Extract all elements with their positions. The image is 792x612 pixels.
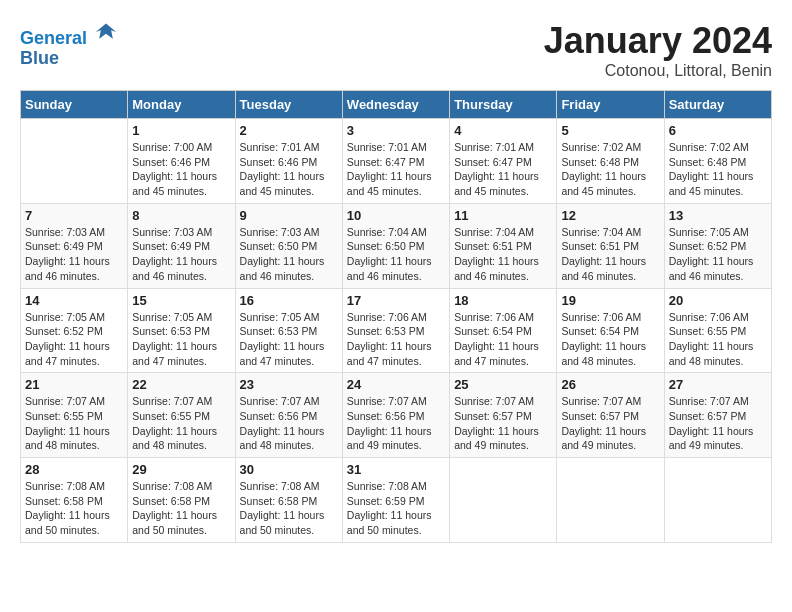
day-info: Sunrise: 7:04 AM Sunset: 6:50 PM Dayligh… [347, 225, 445, 284]
calendar-cell: 2Sunrise: 7:01 AM Sunset: 6:46 PM Daylig… [235, 119, 342, 204]
column-header-saturday: Saturday [664, 91, 771, 119]
day-info: Sunrise: 7:06 AM Sunset: 6:54 PM Dayligh… [454, 310, 552, 369]
week-row-1: 1Sunrise: 7:00 AM Sunset: 6:46 PM Daylig… [21, 119, 772, 204]
calendar-cell: 8Sunrise: 7:03 AM Sunset: 6:49 PM Daylig… [128, 203, 235, 288]
day-info: Sunrise: 7:05 AM Sunset: 6:52 PM Dayligh… [669, 225, 767, 284]
calendar-cell: 26Sunrise: 7:07 AM Sunset: 6:57 PM Dayli… [557, 373, 664, 458]
day-number: 2 [240, 123, 338, 138]
day-number: 31 [347, 462, 445, 477]
day-info: Sunrise: 7:07 AM Sunset: 6:57 PM Dayligh… [561, 394, 659, 453]
calendar-cell: 12Sunrise: 7:04 AM Sunset: 6:51 PM Dayli… [557, 203, 664, 288]
column-header-tuesday: Tuesday [235, 91, 342, 119]
day-info: Sunrise: 7:03 AM Sunset: 6:49 PM Dayligh… [25, 225, 123, 284]
day-info: Sunrise: 7:07 AM Sunset: 6:55 PM Dayligh… [25, 394, 123, 453]
day-number: 18 [454, 293, 552, 308]
calendar-cell: 5Sunrise: 7:02 AM Sunset: 6:48 PM Daylig… [557, 119, 664, 204]
calendar-cell: 11Sunrise: 7:04 AM Sunset: 6:51 PM Dayli… [450, 203, 557, 288]
calendar-cell: 22Sunrise: 7:07 AM Sunset: 6:55 PM Dayli… [128, 373, 235, 458]
page-title: January 2024 [544, 20, 772, 62]
day-info: Sunrise: 7:07 AM Sunset: 6:56 PM Dayligh… [240, 394, 338, 453]
day-info: Sunrise: 7:01 AM Sunset: 6:46 PM Dayligh… [240, 140, 338, 199]
day-info: Sunrise: 7:01 AM Sunset: 6:47 PM Dayligh… [347, 140, 445, 199]
day-info: Sunrise: 7:05 AM Sunset: 6:53 PM Dayligh… [240, 310, 338, 369]
day-number: 1 [132, 123, 230, 138]
day-info: Sunrise: 7:07 AM Sunset: 6:57 PM Dayligh… [669, 394, 767, 453]
day-number: 17 [347, 293, 445, 308]
day-info: Sunrise: 7:06 AM Sunset: 6:54 PM Dayligh… [561, 310, 659, 369]
calendar-cell: 21Sunrise: 7:07 AM Sunset: 6:55 PM Dayli… [21, 373, 128, 458]
calendar-cell: 19Sunrise: 7:06 AM Sunset: 6:54 PM Dayli… [557, 288, 664, 373]
day-number: 12 [561, 208, 659, 223]
day-info: Sunrise: 7:03 AM Sunset: 6:50 PM Dayligh… [240, 225, 338, 284]
day-info: Sunrise: 7:04 AM Sunset: 6:51 PM Dayligh… [454, 225, 552, 284]
day-number: 21 [25, 377, 123, 392]
logo-bird-icon [94, 20, 118, 44]
day-info: Sunrise: 7:08 AM Sunset: 6:58 PM Dayligh… [240, 479, 338, 538]
day-info: Sunrise: 7:08 AM Sunset: 6:59 PM Dayligh… [347, 479, 445, 538]
day-info: Sunrise: 7:07 AM Sunset: 6:55 PM Dayligh… [132, 394, 230, 453]
calendar-cell: 29Sunrise: 7:08 AM Sunset: 6:58 PM Dayli… [128, 458, 235, 543]
day-info: Sunrise: 7:02 AM Sunset: 6:48 PM Dayligh… [669, 140, 767, 199]
day-number: 3 [347, 123, 445, 138]
logo-line1: General [20, 28, 87, 48]
day-info: Sunrise: 7:08 AM Sunset: 6:58 PM Dayligh… [25, 479, 123, 538]
day-info: Sunrise: 7:03 AM Sunset: 6:49 PM Dayligh… [132, 225, 230, 284]
calendar-cell: 10Sunrise: 7:04 AM Sunset: 6:50 PM Dayli… [342, 203, 449, 288]
calendar-cell: 16Sunrise: 7:05 AM Sunset: 6:53 PM Dayli… [235, 288, 342, 373]
day-info: Sunrise: 7:01 AM Sunset: 6:47 PM Dayligh… [454, 140, 552, 199]
calendar-cell [557, 458, 664, 543]
calendar-body: 1Sunrise: 7:00 AM Sunset: 6:46 PM Daylig… [21, 119, 772, 543]
calendar-cell [21, 119, 128, 204]
day-number: 8 [132, 208, 230, 223]
calendar-cell: 18Sunrise: 7:06 AM Sunset: 6:54 PM Dayli… [450, 288, 557, 373]
calendar-cell: 6Sunrise: 7:02 AM Sunset: 6:48 PM Daylig… [664, 119, 771, 204]
day-number: 9 [240, 208, 338, 223]
calendar-cell [664, 458, 771, 543]
day-number: 4 [454, 123, 552, 138]
calendar-cell: 25Sunrise: 7:07 AM Sunset: 6:57 PM Dayli… [450, 373, 557, 458]
column-header-friday: Friday [557, 91, 664, 119]
day-info: Sunrise: 7:04 AM Sunset: 6:51 PM Dayligh… [561, 225, 659, 284]
page-header: General Blue January 2024 Cotonou, Litto… [20, 20, 772, 80]
day-info: Sunrise: 7:06 AM Sunset: 6:53 PM Dayligh… [347, 310, 445, 369]
calendar-cell: 7Sunrise: 7:03 AM Sunset: 6:49 PM Daylig… [21, 203, 128, 288]
day-number: 6 [669, 123, 767, 138]
day-number: 15 [132, 293, 230, 308]
day-number: 13 [669, 208, 767, 223]
calendar-cell: 17Sunrise: 7:06 AM Sunset: 6:53 PM Dayli… [342, 288, 449, 373]
day-info: Sunrise: 7:00 AM Sunset: 6:46 PM Dayligh… [132, 140, 230, 199]
calendar-cell: 27Sunrise: 7:07 AM Sunset: 6:57 PM Dayli… [664, 373, 771, 458]
column-header-thursday: Thursday [450, 91, 557, 119]
day-number: 20 [669, 293, 767, 308]
day-number: 22 [132, 377, 230, 392]
title-block: January 2024 Cotonou, Littoral, Benin [544, 20, 772, 80]
calendar-cell: 1Sunrise: 7:00 AM Sunset: 6:46 PM Daylig… [128, 119, 235, 204]
page-subtitle: Cotonou, Littoral, Benin [544, 62, 772, 80]
calendar-table: SundayMondayTuesdayWednesdayThursdayFrid… [20, 90, 772, 543]
day-number: 24 [347, 377, 445, 392]
calendar-cell: 31Sunrise: 7:08 AM Sunset: 6:59 PM Dayli… [342, 458, 449, 543]
day-number: 30 [240, 462, 338, 477]
svg-marker-0 [96, 23, 117, 38]
week-row-3: 14Sunrise: 7:05 AM Sunset: 6:52 PM Dayli… [21, 288, 772, 373]
day-number: 16 [240, 293, 338, 308]
column-header-wednesday: Wednesday [342, 91, 449, 119]
calendar-cell: 3Sunrise: 7:01 AM Sunset: 6:47 PM Daylig… [342, 119, 449, 204]
day-number: 19 [561, 293, 659, 308]
day-number: 23 [240, 377, 338, 392]
calendar-cell: 23Sunrise: 7:07 AM Sunset: 6:56 PM Dayli… [235, 373, 342, 458]
day-info: Sunrise: 7:06 AM Sunset: 6:55 PM Dayligh… [669, 310, 767, 369]
calendar-cell: 28Sunrise: 7:08 AM Sunset: 6:58 PM Dayli… [21, 458, 128, 543]
calendar-cell: 14Sunrise: 7:05 AM Sunset: 6:52 PM Dayli… [21, 288, 128, 373]
calendar-cell [450, 458, 557, 543]
week-row-2: 7Sunrise: 7:03 AM Sunset: 6:49 PM Daylig… [21, 203, 772, 288]
week-row-5: 28Sunrise: 7:08 AM Sunset: 6:58 PM Dayli… [21, 458, 772, 543]
day-info: Sunrise: 7:05 AM Sunset: 6:53 PM Dayligh… [132, 310, 230, 369]
day-number: 11 [454, 208, 552, 223]
calendar-header-row: SundayMondayTuesdayWednesdayThursdayFrid… [21, 91, 772, 119]
day-info: Sunrise: 7:08 AM Sunset: 6:58 PM Dayligh… [132, 479, 230, 538]
day-number: 7 [25, 208, 123, 223]
day-number: 10 [347, 208, 445, 223]
calendar-cell: 24Sunrise: 7:07 AM Sunset: 6:56 PM Dayli… [342, 373, 449, 458]
calendar-cell: 15Sunrise: 7:05 AM Sunset: 6:53 PM Dayli… [128, 288, 235, 373]
